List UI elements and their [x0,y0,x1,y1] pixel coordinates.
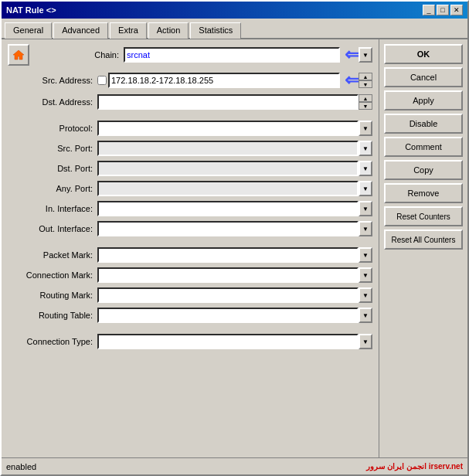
connection-mark-input-wrapper: ▼ [97,267,372,283]
out-interface-dropdown-button[interactable]: ▼ [359,221,372,236]
dst-address-label: Dst. Address: [8,97,93,107]
src-address-label: Src. Address: [8,76,93,85]
connection-mark-input[interactable] [97,267,359,283]
dst-address-input-wrapper: ▲ ▼ [97,94,372,110]
dst-address-scroll-buttons: ▲ ▼ [359,94,372,110]
minimize-button[interactable]: _ [423,5,435,15]
dst-address-row: Dst. Address: ▲ ▼ [8,94,372,110]
chain-dropdown-button[interactable]: ▼ [359,47,372,63]
tab-action[interactable]: Action [148,22,189,39]
in-interface-input-wrapper: ▼ [97,201,372,216]
tab-general[interactable]: General [5,22,52,39]
tab-extra[interactable]: Extra [110,22,147,39]
maximize-button[interactable]: □ [437,5,449,15]
connection-mark-row: Connection Mark: ▼ [8,267,372,284]
any-port-label: Any. Port: [8,184,93,193]
routing-table-input-wrapper: ▼ [97,308,372,323]
in-interface-dropdown-button[interactable]: ▼ [359,201,372,216]
close-button[interactable]: ✕ [450,5,463,15]
packet-mark-input-wrapper: ▼ [97,247,372,263]
routing-table-label: Routing Table: [8,311,93,320]
in-interface-row: In. Interface: ▼ [8,200,372,217]
routing-mark-dropdown-button[interactable]: ▼ [359,287,372,303]
protocol-input-wrapper: ▼ [97,121,372,136]
title-bar: NAT Rule <> _ □ ✕ [2,2,467,19]
any-port-input-wrapper: ▼ [97,181,372,196]
src-address-scroll-down[interactable]: ▼ [359,80,372,88]
src-port-dropdown-button[interactable]: ▼ [359,141,372,156]
connection-type-dropdown-button[interactable]: ▼ [359,334,372,349]
home-icon [12,49,25,61]
ok-button[interactable]: OK [384,44,463,64]
watermark: انجمن ايران سرور irserv.net [366,462,463,471]
reset-counters-button[interactable]: Reset Counters [384,206,463,226]
connection-mark-label: Connection Mark: [8,270,93,280]
dst-port-dropdown-button[interactable]: ▼ [359,161,372,176]
out-interface-label: Out. Interface: [8,224,93,233]
src-port-input-wrapper: ▼ [97,141,372,156]
reset-all-counters-button[interactable]: Reset All Counters [384,230,463,250]
connection-type-input[interactable] [97,334,359,349]
packet-mark-label: Packet Mark: [8,250,93,260]
routing-table-input[interactable] [97,308,359,323]
main-panel: Chain: ⇐ ▼ Src. Address: ⇐ [2,39,379,457]
apply-button[interactable]: Apply [384,90,463,110]
home-button[interactable] [8,44,29,66]
tab-statistics[interactable]: Statistics [190,22,241,39]
packet-mark-dropdown-button[interactable]: ▼ [359,247,372,263]
chain-input[interactable] [124,47,340,63]
tab-advanced[interactable]: Advanced [53,22,108,39]
chain-input-wrapper: ⇐ ▼ [124,45,372,65]
src-address-checkbox[interactable] [97,76,107,85]
connection-type-input-wrapper: ▼ [97,334,372,349]
protocol-dropdown-button[interactable]: ▼ [359,121,372,136]
any-port-dropdown-button[interactable]: ▼ [359,181,372,196]
any-port-input[interactable] [97,181,359,196]
routing-mark-input-wrapper: ▼ [97,287,372,303]
sidebar: OK Cancel Apply Disable Comment Copy Rem… [379,39,467,457]
packet-mark-input[interactable] [97,247,359,263]
routing-table-dropdown-button[interactable]: ▼ [359,308,372,323]
tab-bar: General Advanced Extra Action Statistics [2,19,467,39]
copy-button[interactable]: Copy [384,160,463,180]
svg-marker-0 [13,50,24,60]
src-address-input[interactable] [108,73,340,88]
packet-mark-row: Packet Mark: ▼ [8,246,372,264]
dst-port-row: Dst. Port: ▼ [8,160,372,177]
chain-arrow-indicator: ⇐ [345,45,359,65]
any-port-row: Any. Port: ▼ [8,180,372,197]
src-address-input-wrapper: ⇐ ▲ ▼ [97,70,372,90]
routing-table-row: Routing Table: ▼ [8,307,372,324]
disable-button[interactable]: Disable [384,114,463,134]
out-interface-input[interactable] [97,221,359,236]
dst-port-input-wrapper: ▼ [97,161,372,176]
content-area: Chain: ⇐ ▼ Src. Address: ⇐ [2,39,467,457]
status-text: enabled [6,462,36,471]
src-address-scroll-up[interactable]: ▲ [359,73,372,80]
out-interface-row: Out. Interface: ▼ [8,220,372,237]
protocol-input[interactable] [97,121,359,136]
routing-mark-input[interactable] [97,287,359,303]
routing-mark-label: Routing Mark: [8,291,93,300]
status-bar: enabled انجمن ايران سرور irserv.net [2,457,467,474]
src-address-row: Src. Address: ⇐ ▲ ▼ [8,70,372,90]
routing-mark-row: Routing Mark: ▼ [8,287,372,304]
protocol-row: Protocol: ▼ [8,120,372,137]
src-address-scroll-buttons: ▲ ▼ [359,73,372,88]
in-interface-input[interactable] [97,201,359,216]
dst-address-scroll-up[interactable]: ▲ [359,94,372,102]
src-port-row: Src. Port: ▼ [8,140,372,157]
out-interface-input-wrapper: ▼ [97,221,372,236]
src-port-input[interactable] [97,141,359,156]
connection-type-label: Connection Type: [8,337,93,346]
remove-button[interactable]: Remove [384,183,463,203]
dst-port-label: Dst. Port: [8,164,93,173]
connection-type-row: Connection Type: ▼ [8,333,372,350]
dst-address-scroll-down[interactable]: ▼ [359,102,372,110]
dst-port-input[interactable] [97,161,359,176]
cancel-button[interactable]: Cancel [384,67,463,87]
connection-mark-dropdown-button[interactable]: ▼ [359,267,372,283]
window-title: NAT Rule <> [6,5,56,15]
comment-button[interactable]: Comment [384,137,463,157]
dst-address-input[interactable] [97,94,359,110]
